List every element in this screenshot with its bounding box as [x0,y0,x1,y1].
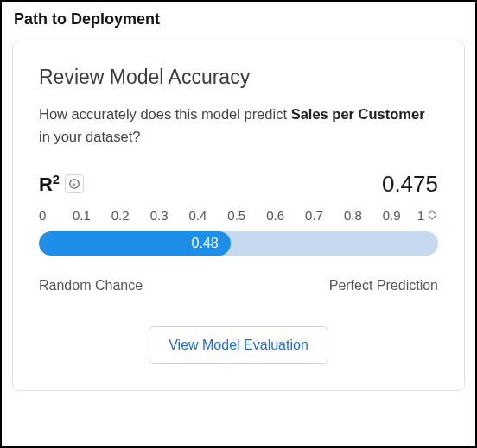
info-button[interactable] [65,174,84,193]
legend-right: Perfect Prediction [329,278,438,293]
r-squared-label: R2 [39,173,60,196]
tick-8: 0.8 [334,208,372,223]
tick-last-group: 1 [411,208,438,223]
tick-9: 0.9 [372,208,411,223]
page-title: Path to Deployment [14,10,465,28]
svg-point-2 [73,181,74,182]
chevron-down-icon [428,215,436,220]
tick-2: 0.2 [101,208,140,223]
tick-5: 0.5 [217,208,256,223]
metric-row: R2 0.475 [39,171,438,198]
r-squared-sup: 2 [53,173,60,186]
tick-6: 0.6 [256,208,295,223]
info-icon [68,178,80,190]
tick-3: 0.3 [140,208,179,223]
subtitle-prefix: How accurately does this model predict [39,106,291,122]
evaluation-row: View Model Evaluation [39,326,438,364]
card-subtitle: How accurately does this model predict S… [39,103,438,148]
tick-7: 0.7 [295,208,334,223]
accuracy-card: Review Model Accuracy How accurately doe… [12,41,465,391]
subtitle-target: Sales per Customer [291,106,425,122]
r-squared-value: 0.475 [382,171,438,198]
accuracy-bar-label: 0.48 [192,236,219,251]
tick-4: 0.4 [178,208,217,223]
axis-stepper[interactable] [428,208,438,222]
axis-legend: Random Chance Perfect Prediction [39,278,438,293]
axis-ticks: 0 0.1 0.2 0.3 0.4 0.5 0.6 0.7 0.8 0.9 1 [39,208,438,223]
card-title: Review Model Accuracy [39,66,438,89]
accuracy-bar-track: 0.48 [39,231,438,256]
subtitle-suffix: in your dataset? [39,129,140,144]
legend-left: Random Chance [39,278,143,293]
view-model-evaluation-button[interactable]: View Model Evaluation [149,326,328,364]
tick-0: 0 [39,208,62,223]
metric-label-group: R2 [39,173,84,196]
accuracy-bar-fill: 0.48 [39,231,231,256]
tick-10: 1 [417,208,424,223]
r-squared-base: R [39,174,53,195]
tick-1: 0.1 [62,208,101,223]
